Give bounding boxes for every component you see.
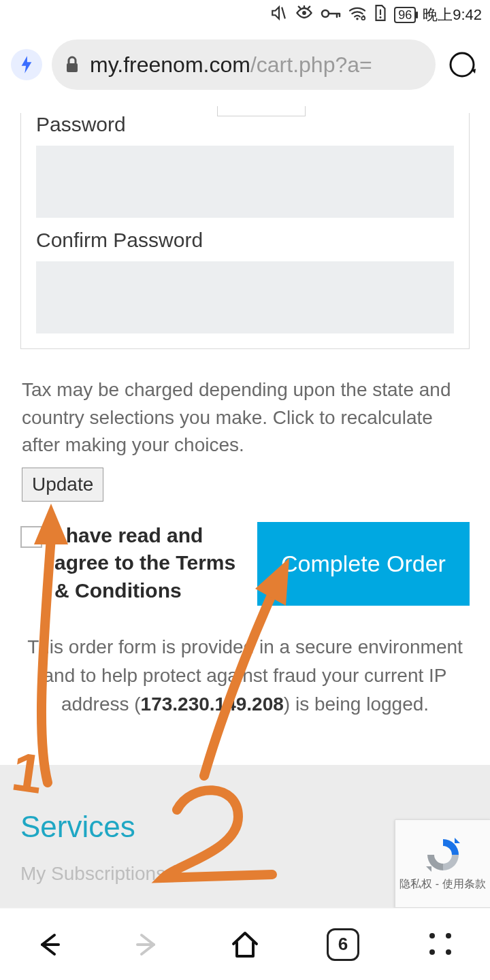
checkout-row: I have read and agree to the Terms & Con… xyxy=(20,522,470,606)
status-bar: 96 晚上9:42 xyxy=(0,0,490,30)
recaptcha-icon xyxy=(425,836,461,873)
home-button[interactable] xyxy=(225,924,265,965)
secure-note: This order form is provided in a secure … xyxy=(27,633,463,719)
wifi-icon xyxy=(348,5,367,24)
ip-address: 173.230.149.208 xyxy=(141,693,284,715)
forward-button[interactable] xyxy=(127,924,167,965)
signup-form-card: Password Confirm Password xyxy=(20,113,470,349)
secure-post: ) is being logged. xyxy=(284,693,429,715)
password-input[interactable] xyxy=(36,146,454,218)
address-bar[interactable]: my.freenom.com/cart.php?a= xyxy=(52,39,436,90)
svg-marker-7 xyxy=(455,838,460,843)
amp-badge[interactable] xyxy=(11,49,42,80)
menu-button[interactable] xyxy=(421,924,461,965)
browser-toolbar: my.freenom.com/cart.php?a= xyxy=(0,30,490,102)
webpage-viewport: Password Confirm Password Tax may be cha… xyxy=(0,102,490,908)
confirm-password-input[interactable] xyxy=(36,261,454,333)
recaptcha-links[interactable]: 隐私权 - 使用条款 xyxy=(399,877,485,892)
svg-point-2 xyxy=(356,18,359,20)
vpn-key-icon xyxy=(321,6,341,24)
svg-point-4 xyxy=(380,16,382,18)
back-button[interactable] xyxy=(29,924,69,965)
svg-rect-5 xyxy=(67,63,78,72)
clock: 晚上9:42 xyxy=(423,5,482,25)
eye-icon xyxy=(295,5,314,24)
recaptcha-badge[interactable]: 隐私权 - 使用条款 xyxy=(395,819,490,908)
svg-marker-8 xyxy=(426,866,431,872)
terms-checkbox[interactable] xyxy=(20,526,42,548)
svg-point-6 xyxy=(451,53,474,76)
menu-dots-icon xyxy=(429,933,453,956)
update-button[interactable]: Update xyxy=(22,468,103,502)
tabs-button[interactable]: 6 xyxy=(323,924,363,965)
svg-point-3 xyxy=(362,16,365,20)
complete-order-button[interactable]: Complete Order xyxy=(257,522,470,606)
refresh-button[interactable] xyxy=(445,48,479,82)
battery-indicator: 96 xyxy=(394,7,416,23)
tab-count: 6 xyxy=(327,928,359,961)
lock-icon xyxy=(64,55,80,74)
mute-icon xyxy=(270,4,288,26)
url-path: /cart.php?a= xyxy=(250,52,372,78)
password-label: Password xyxy=(36,113,454,136)
svg-point-1 xyxy=(322,10,329,17)
terms-text[interactable]: I have read and agree to the Terms & Con… xyxy=(54,522,246,605)
svg-point-0 xyxy=(302,11,306,15)
sim-alert-icon xyxy=(374,4,387,26)
tax-note: Tax may be charged depending upon the st… xyxy=(22,376,468,459)
footer: Services My Subscriptions 隐私权 - 使用条款 xyxy=(0,765,490,908)
browser-bottom-nav: 6 xyxy=(0,908,490,980)
confirm-password-label: Confirm Password xyxy=(36,229,454,252)
url-domain: my.freenom.com xyxy=(90,52,250,78)
